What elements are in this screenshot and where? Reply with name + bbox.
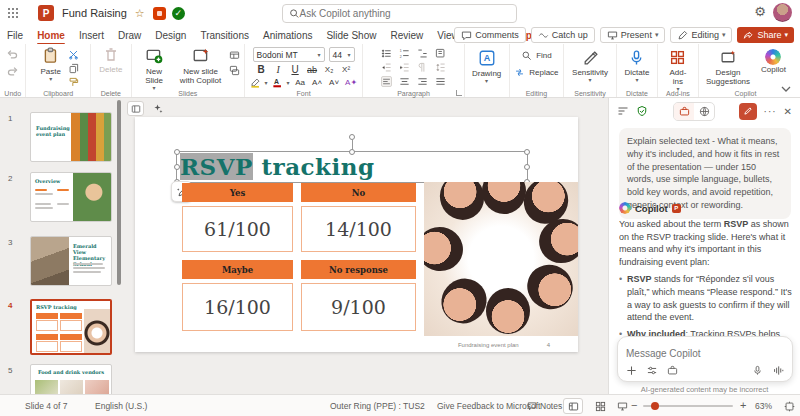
- tab-animations[interactable]: Animations: [256, 28, 319, 43]
- font-color-caret[interactable]: ▾: [287, 79, 290, 86]
- zoom-in-button[interactable]: +: [740, 399, 746, 411]
- search-input[interactable]: [299, 8, 510, 19]
- settings-gear-icon[interactable]: ⚙: [754, 4, 766, 19]
- new-chat-button[interactable]: [739, 103, 757, 120]
- drawing-button[interactable]: A Drawing▾: [469, 48, 504, 86]
- grow-font-button[interactable]: A˄: [311, 78, 324, 87]
- voice-mode-icon[interactable]: [772, 365, 784, 376]
- italic-button[interactable]: I: [272, 64, 285, 75]
- shrink-font-button[interactable]: A˅: [328, 78, 341, 87]
- resize-handle-e[interactable]: [524, 164, 530, 170]
- change-case-button[interactable]: Aa: [294, 78, 307, 87]
- present-dropdown-caret[interactable]: ▾: [655, 31, 659, 39]
- design-suggestions-button[interactable]: Design Suggestions: [702, 48, 754, 87]
- tab-file[interactable]: File: [0, 28, 30, 43]
- delete-button[interactable]: Delete: [96, 46, 125, 75]
- share-dropdown-caret[interactable]: ▾: [784, 31, 788, 39]
- thumbnail-scrollbar[interactable]: [117, 100, 121, 285]
- new-slide-button[interactable]: New Slide▾: [136, 46, 173, 93]
- add-attachment-icon[interactable]: [626, 365, 637, 376]
- numbering-button[interactable]: 12: [399, 48, 410, 59]
- dictate-button[interactable]: Dictate▾: [621, 48, 652, 85]
- copilot-search-box[interactable]: [282, 4, 517, 23]
- favorite-star-icon[interactable]: ☆: [135, 7, 145, 20]
- slide-counter[interactable]: Slide 4 of 7: [25, 401, 68, 411]
- font-color-button[interactable]: A: [272, 77, 283, 88]
- present-button[interactable]: Present ▾: [600, 27, 666, 43]
- slide-title[interactable]: RSVP tracking: [180, 153, 375, 180]
- align-center-button[interactable]: [399, 76, 410, 87]
- paragraph-marks-button[interactable]: [417, 62, 428, 73]
- tab-design[interactable]: Design: [148, 28, 193, 43]
- justify-button[interactable]: [435, 76, 446, 87]
- font-name-select[interactable]: Bodoni MT▾: [253, 47, 325, 62]
- share-button[interactable]: Share ▾: [737, 27, 794, 43]
- new-slide-with-copilot-button[interactable]: New slide with Copilot: [176, 46, 224, 86]
- tab-draw[interactable]: Draw: [111, 28, 148, 43]
- text-effects-button[interactable]: A✦: [345, 78, 358, 87]
- table-cell-maybe[interactable]: Maybe 16/100: [182, 260, 293, 331]
- slideshow-view-button[interactable]: [612, 398, 632, 414]
- feedback-link[interactable]: Give Feedback to Microsoft: [437, 401, 540, 411]
- table-cell-yes[interactable]: Yes 61/100: [182, 183, 293, 252]
- rotate-handle[interactable]: [349, 134, 355, 140]
- tab-insert[interactable]: Insert: [72, 28, 111, 43]
- collapse-ribbon-icon[interactable]: [780, 85, 792, 93]
- thumbnail-slide-2[interactable]: 2 Overview: [0, 172, 116, 227]
- language-indicator[interactable]: English (U.S.): [95, 401, 147, 411]
- increase-indent-button[interactable]: [399, 62, 410, 73]
- redo-icon[interactable]: [6, 66, 19, 79]
- notes-button[interactable]: Notes: [527, 401, 562, 411]
- highlight-color-button[interactable]: [250, 77, 261, 88]
- undo-icon[interactable]: [6, 49, 19, 62]
- work-mode-option[interactable]: [674, 103, 694, 120]
- subscript-button[interactable]: X₂: [323, 65, 336, 74]
- editing-mode-button[interactable]: Editing ▾: [670, 27, 732, 43]
- table-cell-no-response[interactable]: No response 9/100: [301, 260, 416, 331]
- collapse-thumbnails-button[interactable]: [127, 101, 144, 116]
- find-button[interactable]: Find: [521, 50, 552, 61]
- zoom-out-button[interactable]: −: [631, 399, 637, 411]
- font-size-select[interactable]: 44▾: [329, 47, 355, 62]
- copilot-message-box[interactable]: [617, 336, 793, 382]
- addins-button[interactable]: Add-ins▾: [662, 48, 694, 94]
- align-left-button[interactable]: [381, 76, 392, 87]
- thumbnail-slide-1[interactable]: 1 Fundraising event plan: [0, 112, 116, 164]
- underline-button[interactable]: U: [289, 64, 302, 75]
- mic-icon[interactable]: [752, 365, 763, 376]
- replace-button[interactable]: Replace: [514, 67, 558, 78]
- web-mode-option[interactable]: [694, 103, 714, 120]
- text-direction-button[interactable]: [435, 48, 446, 59]
- comments-button[interactable]: Comments: [454, 27, 526, 43]
- copilot-mode-toggle[interactable]: [673, 102, 715, 121]
- slide-canvas[interactable]: RSVP tracking Yes 61/100 No 14/100 Maybe…: [135, 117, 578, 352]
- thumbnail-slide-3[interactable]: 3 Emerald View Elementary School: [0, 236, 116, 291]
- editing-dropdown-caret[interactable]: ▾: [722, 31, 726, 39]
- catch-up-button[interactable]: Catch up: [531, 27, 595, 43]
- tab-review[interactable]: Review: [383, 28, 430, 43]
- work-grounding-icon[interactable]: [667, 365, 678, 376]
- bold-button[interactable]: B: [255, 64, 268, 75]
- document-title[interactable]: Fund Raising: [62, 7, 127, 19]
- tab-home[interactable]: Home: [30, 28, 72, 43]
- zoom-slider[interactable]: [643, 405, 733, 407]
- more-options-icon[interactable]: ···: [764, 106, 777, 117]
- copilot-button[interactable]: Copilot: [758, 48, 789, 75]
- thumbnail-slide-4-selected[interactable]: 4 RSVP tracking: [0, 299, 116, 359]
- format-painter-icon[interactable]: [68, 77, 79, 88]
- decrease-indent-button[interactable]: [381, 62, 392, 73]
- sensitivity-button[interactable]: Sensitivity▾: [569, 48, 611, 85]
- cut-icon[interactable]: [68, 49, 79, 60]
- sparkle-cursor-button[interactable]: [149, 101, 166, 116]
- fit-to-window-button[interactable]: [779, 398, 799, 414]
- app-launcher-button[interactable]: [0, 0, 26, 26]
- align-right-button[interactable]: [417, 76, 428, 87]
- table-cell-no[interactable]: No 14/100: [301, 183, 416, 252]
- tab-slide-show[interactable]: Slide Show: [319, 28, 383, 43]
- powerpoint-logo-icon[interactable]: P: [38, 5, 54, 21]
- close-pane-icon[interactable]: ✕: [784, 106, 792, 117]
- zoom-level[interactable]: 63%: [755, 401, 772, 411]
- copy-icon[interactable]: [68, 63, 79, 74]
- message-copilot-input[interactable]: [626, 348, 784, 359]
- options-sliders-icon[interactable]: [646, 365, 658, 376]
